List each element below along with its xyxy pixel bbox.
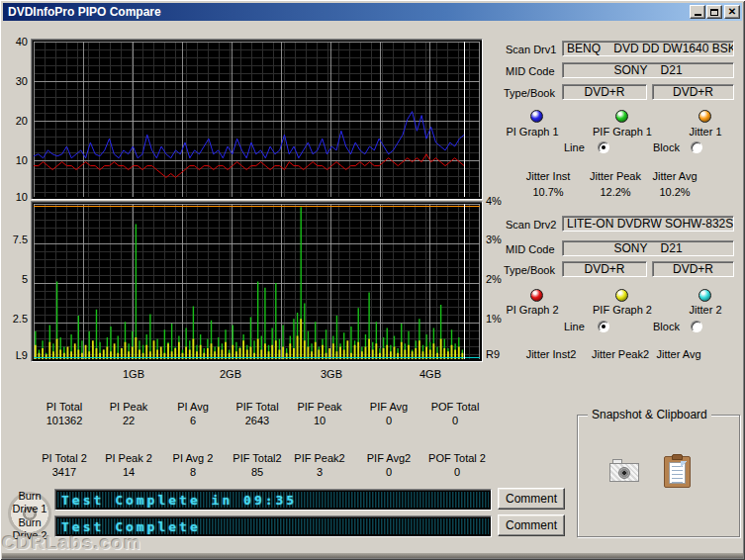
pif-avg-label: PIF Avg [354, 401, 423, 413]
pof-total-value: 0 [420, 415, 490, 426]
close-button[interactable]: ✕ [724, 5, 740, 19]
type-book2-field-a: DVD+R [562, 261, 647, 277]
xtick-4gb: 4GB [413, 368, 448, 380]
scan-drv2-label: Scan Drv2 [506, 219, 556, 231]
scan-drv1-label: Scan Drv1 [506, 44, 556, 55]
pi-graph1-label: PI Graph 1 [498, 126, 567, 138]
burn-drive1-label-line2: Drive 1 [6, 503, 53, 514]
type-book2-label: Type/Book [504, 264, 555, 276]
pi-peak-value: 22 [94, 415, 163, 426]
pif-avg2-label: PIF Avg2 [354, 452, 423, 464]
type-book2-field-b: DVD+R [652, 261, 734, 277]
window-bottom-edge [2, 553, 743, 558]
pif-peak-value: 10 [285, 415, 354, 426]
xtick-3gb: 3GB [314, 368, 349, 380]
corner-label-left: L9 [4, 349, 28, 361]
jitter-avg-value: 10.2% [643, 186, 706, 198]
pif-total-label: PIF Total [223, 401, 292, 413]
type-book1-field-b: DVD+R [652, 84, 734, 100]
jitter-inst2-label: Jitter Inst2 [517, 348, 585, 360]
pif-graph1-led [615, 110, 628, 123]
jitter-avg-label: Jitter Avg [643, 170, 706, 182]
jitter-avg2-label: Jitter Avg [647, 348, 710, 360]
pi-avg2-value: 8 [158, 466, 228, 478]
snapshot-clipboard-group: Snapshot & Clipboard [577, 415, 740, 537]
jitter-inst-label: Jitter Inst [514, 170, 582, 182]
pof-total2-label: POF Total 2 [420, 452, 494, 464]
pif-peak-label: PIF Peak [285, 401, 354, 413]
mid-code2-label: MID Code [506, 243, 555, 255]
titlebar[interactable]: DVDInfoPro PIPO Compare ✕ [3, 3, 742, 21]
pif-chart [31, 201, 483, 362]
comment1-button[interactable]: Comment [498, 488, 565, 510]
clipboard-button[interactable] [664, 456, 691, 488]
scan-drv2-field: LITE-ON DVDRW SOHW-832S VSI [562, 216, 734, 232]
pi-avg-label: PI Avg [158, 401, 228, 413]
burn-drive1-lcd: Test Complete in 09:35 [54, 489, 492, 511]
type-book1-label: Type/Book [504, 87, 555, 99]
corner-label-right: R9 [486, 348, 512, 360]
pif-total2-value: 85 [223, 466, 292, 478]
xtick-1gb: 1GB [116, 368, 151, 380]
jitter2-led [698, 289, 711, 302]
pi-ytick-20: 20 [4, 115, 28, 127]
type-book1-field-a: DVD+R [562, 84, 647, 100]
line2-radio[interactable] [598, 321, 609, 332]
block2-radio[interactable] [691, 321, 702, 332]
minimize-button[interactable] [690, 5, 705, 19]
comment2-button[interactable]: Comment [498, 514, 565, 536]
pif-total2-label: PIF Total2 [223, 452, 292, 464]
pif-avg2-value: 0 [354, 466, 423, 478]
pi-total2-label: PI Total 2 [30, 452, 99, 464]
jitter-peak-value: 12.2% [582, 186, 649, 198]
snapshot-camera-button[interactable] [609, 459, 639, 482]
dvdinfopro-pipo-compare-window: DVDInfoPro PIPO Compare ✕ 40 30 20 10 10… [0, 0, 745, 560]
pif-chart-body [34, 204, 480, 359]
window-title: DVDInfoPro PIPO Compare [8, 5, 161, 19]
pi-ytick-30: 30 [4, 75, 28, 87]
maximize-button[interactable] [706, 5, 722, 19]
pif-graph2-led [615, 289, 628, 302]
block2-label: Block [653, 321, 680, 332]
jitter-peak2-label: Jitter Peak2 [586, 348, 655, 360]
jitter2-label: Jitter 2 [671, 304, 740, 316]
pif-avg-value: 0 [354, 415, 423, 426]
pif-peak2-label: PIF Peak2 [285, 452, 354, 464]
jitter1-line [34, 206, 480, 207]
burn-drive2-label-line1: Burn [6, 516, 53, 528]
pi-ytick-40: 40 [4, 36, 28, 47]
minimize-icon [695, 14, 701, 16]
scan-cursor-bottom [464, 204, 465, 359]
line2-label: Line [564, 321, 585, 332]
pif-total-value: 2643 [223, 415, 292, 426]
pif-ytick-5: 5 [4, 273, 28, 285]
maximize-icon [710, 9, 718, 16]
burn-drive1-label-line1: Burn [6, 490, 53, 502]
jitter1-led [698, 110, 711, 123]
block1-radio[interactable] [691, 141, 702, 153]
snapshot-clipboard-title: Snapshot & Clipboard [588, 408, 711, 421]
scan-drv1-field: BENQ DVD DD DW1640 BSKB [562, 41, 734, 56]
pif-graph1-label: PIF Graph 1 [588, 126, 657, 138]
pi-avg-value: 6 [158, 415, 228, 426]
pif-ytick-7-5: 7.5 [4, 233, 28, 245]
line1-radio[interactable] [598, 141, 609, 153]
xtick-2gb: 2GB [213, 368, 248, 380]
pi-avg2-label: PI Avg 2 [158, 452, 228, 464]
pi-ytick-10: 10 [4, 154, 28, 166]
line1-label: Line [564, 141, 585, 153]
pif-peak2-value: 3 [285, 466, 354, 478]
jitter-inst-value: 10.7% [514, 186, 582, 198]
pi-graph2-led [530, 289, 543, 302]
pof-total2-value: 0 [420, 466, 494, 478]
jitter1-label: Jitter 1 [671, 126, 740, 138]
mid-code1-field: SONY D21 [562, 62, 734, 78]
pif-graph2-label: PIF Graph 2 [588, 304, 657, 316]
pi-chart-plot [34, 42, 464, 197]
pif-ytick-2-5: 2.5 [4, 313, 28, 325]
pof-total-label: POF Total [420, 401, 490, 413]
pi-total-value: 101362 [30, 415, 99, 426]
block1-label: Block [653, 141, 680, 153]
pi-graph1-led [530, 110, 543, 123]
pi-chart [31, 39, 483, 200]
